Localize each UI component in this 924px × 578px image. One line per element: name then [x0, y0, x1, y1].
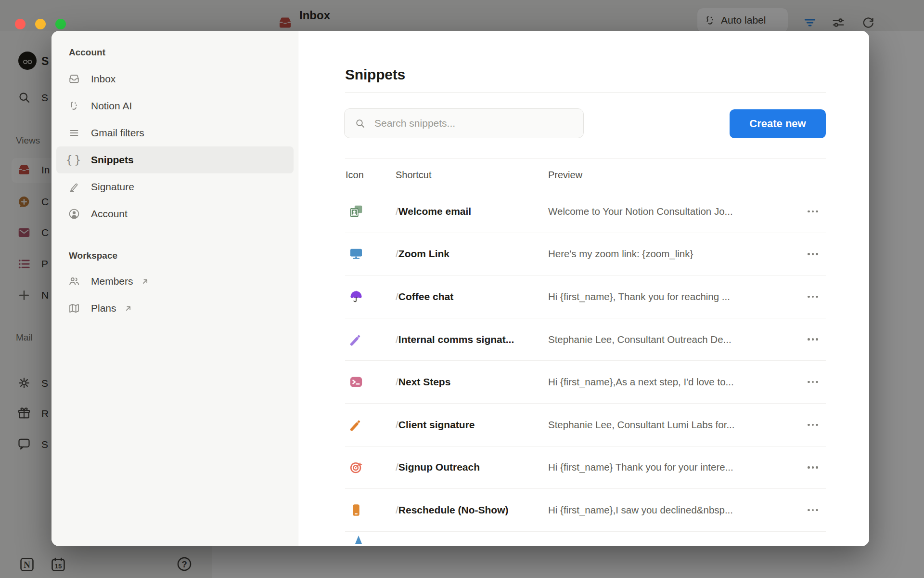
terminal-icon [349, 375, 363, 389]
phone-icon [349, 503, 363, 517]
snippet-preview: Hi {first_name}, Thank you for reaching … [548, 291, 730, 302]
zoom-window-button[interactable] [55, 19, 66, 29]
row-more-menu[interactable] [803, 503, 822, 517]
target-icon [349, 460, 363, 474]
settings-content: Snippets Create new Icon Shortcut Previe… [298, 31, 869, 546]
sidebar-item-signature[interactable]: Signature [56, 173, 294, 200]
snippet-preview: Here's my zoom link: {zoom_link} [548, 248, 693, 260]
snippet-shortcut: /Next Steps [396, 376, 450, 388]
umbrella-icon [349, 289, 363, 304]
snippet-preview: Hi {first_name} Thank you for your inter… [548, 461, 733, 473]
signature-icon [68, 181, 80, 193]
sidebar-item-label: Inbox [91, 73, 116, 85]
sidebar-item-label: Account [91, 208, 128, 220]
column-header-shortcut: Shortcut [396, 159, 431, 191]
inbox-outline-icon [68, 73, 80, 85]
sidebar-item-account[interactable]: Account [56, 200, 294, 227]
search-icon [354, 118, 366, 129]
table-header: Icon Shortcut Preview [345, 158, 826, 190]
table-row[interactable]: /Internal comms signat...Stephanie Lee, … [345, 318, 826, 361]
search-snippets-input[interactable] [344, 108, 584, 138]
table-row-partial [345, 532, 826, 546]
sidebar-item-inbox[interactable]: Inbox [56, 66, 294, 92]
snippet-shortcut: /Client signature [396, 419, 475, 431]
sidebar-item-label: Snippets [91, 154, 134, 166]
create-new-button[interactable]: Create new [730, 109, 826, 138]
row-more-menu[interactable] [803, 460, 822, 474]
monitor-icon [349, 247, 363, 261]
table-row[interactable]: /Zoom LinkHere's my zoom link: {zoom_lin… [345, 233, 826, 276]
sidebar-section-title: Account [69, 47, 298, 60]
row-more-menu[interactable] [803, 247, 822, 261]
snippet-preview: Stephanie Lee, Consultant Outreach De... [548, 334, 732, 345]
sidebar-section-title: Workspace [69, 250, 298, 263]
sidebar-item-label: Gmail filters [91, 127, 144, 139]
notion-ai-icon [68, 100, 80, 112]
row-more-menu[interactable] [803, 332, 822, 347]
id-card-icon [349, 204, 363, 219]
sidebar-item-label: Members [91, 276, 133, 287]
filter-lines-icon [68, 127, 80, 139]
sidebar-item-label: Signature [91, 181, 134, 193]
snippets-table: Icon Shortcut Preview /Welcome emailWelc… [345, 158, 826, 546]
table-row[interactable]: /Client signatureStephanie Lee, Consulta… [345, 404, 826, 447]
sidebar-item-gmail-filters[interactable]: Gmail filters [56, 119, 294, 146]
minimize-window-button[interactable] [35, 19, 46, 29]
sidebar-item-snippets[interactable]: {}Snippets [56, 146, 294, 173]
row-more-menu[interactable] [803, 204, 822, 219]
snippet-shortcut: /Internal comms signat... [396, 334, 514, 345]
person-circle-icon [68, 208, 80, 220]
table-row[interactable]: /Coffee chatHi {first_name}, Thank you f… [345, 276, 826, 318]
settings-modal: AccountInboxNotion AIGmail filters{}Snip… [51, 31, 869, 546]
sidebar-item-plans[interactable]: Plans [56, 295, 294, 322]
row-more-menu[interactable] [803, 289, 822, 304]
external-link-icon [123, 303, 133, 314]
sidebar-item-members[interactable]: Members [56, 268, 294, 295]
map-icon [68, 302, 80, 315]
table-row[interactable]: /Signup OutreachHi {first_name} Thank yo… [345, 447, 826, 489]
table-row[interactable]: /Next StepsHi {first_name},As a next ste… [345, 361, 826, 404]
sidebar-item-label: Notion AI [91, 100, 132, 112]
sidebar-item-label: Plans [91, 302, 116, 314]
snippet-shortcut: /Reschedule (No-Show) [396, 504, 509, 516]
snippet-preview: Stephanie Lee, Consultant Lumi Labs for.… [548, 419, 734, 431]
braces-icon: {} [68, 154, 80, 166]
sidebar-item-notion-ai[interactable]: Notion AI [56, 92, 294, 119]
external-link-icon [140, 276, 150, 287]
row-more-menu[interactable] [803, 418, 822, 432]
column-header-icon: Icon [346, 159, 364, 191]
divider [345, 92, 826, 93]
column-header-preview: Preview [548, 159, 582, 191]
snippet-icon [353, 534, 364, 545]
marker-orange-icon [349, 418, 363, 432]
snippet-preview: Hi {first_name},I saw you declined&nbsp.… [548, 504, 733, 516]
snippet-shortcut: /Zoom Link [396, 248, 449, 260]
snippet-shortcut: /Coffee chat [396, 291, 453, 302]
table-row[interactable]: /Welcome emailWelcome to Your Notion Con… [345, 190, 826, 233]
snippet-preview: Hi {first_name},As a next step, I'd love… [548, 376, 734, 388]
page-title: Snippets [345, 66, 405, 83]
settings-sidebar: AccountInboxNotion AIGmail filters{}Snip… [51, 31, 298, 546]
close-window-button[interactable] [15, 19, 26, 29]
marker-purple-icon [349, 332, 363, 347]
snippet-shortcut: /Signup Outreach [396, 461, 480, 473]
members-icon [68, 275, 80, 288]
snippet-shortcut: /Welcome email [396, 206, 471, 217]
row-more-menu[interactable] [803, 375, 822, 389]
snippet-preview: Welcome to Your Notion Consultation Jo..… [548, 206, 733, 217]
table-row[interactable]: /Reschedule (No-Show)Hi {first_name},I s… [345, 489, 826, 532]
